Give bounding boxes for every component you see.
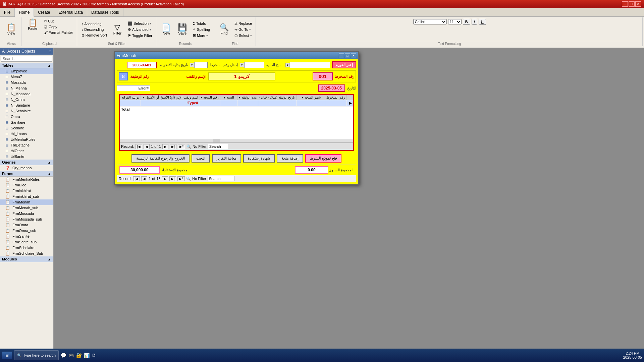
section-header-modules[interactable]: Modules ▲: [0, 256, 53, 262]
nav-item-frmsante[interactable]: 📋 FrmSanité: [0, 234, 53, 239]
start-button[interactable]: ⊞: [2, 352, 12, 359]
minimize-button[interactable]: ─: [622, 1, 628, 7]
taskbar-icon-1[interactable]: 💬: [61, 353, 66, 358]
nav-item-frmmenah-sub[interactable]: 📋 FrmMenah_sub: [0, 205, 53, 211]
nav-item-mossada[interactable]: ⊞ Mossada: [0, 80, 53, 85]
goto-button[interactable]: ↪ Go To ▾: [233, 27, 254, 33]
grant-combo-arrow[interactable]: ▾: [285, 63, 290, 67]
report-button[interactable]: معاينة التقرير: [212, 154, 241, 163]
name-input[interactable]: [208, 72, 275, 80]
totals-button[interactable]: Σ Totals: [191, 21, 212, 26]
tab-database-tools[interactable]: Database Tools: [87, 8, 123, 16]
cut-button[interactable]: ✂ Cut: [42, 18, 75, 24]
descending-button[interactable]: ↓ Descending: [80, 27, 109, 32]
employee-num-input[interactable]: [244, 62, 264, 68]
find-button[interactable]: 🔍 Find: [217, 23, 231, 36]
bottom-nav-next-button[interactable]: ▶: [162, 176, 168, 181]
date-start-arrow[interactable]: ▾: [190, 63, 194, 67]
nav-item-sanitaire[interactable]: ⊞ Sanitaire: [0, 120, 53, 125]
nav-item-frmomra[interactable]: 📋 FrmOmra: [0, 222, 53, 228]
tab-home[interactable]: Home: [15, 8, 34, 17]
form-minimize-button[interactable]: ─: [339, 53, 344, 58]
nav-last-button[interactable]: ▶|: [170, 144, 177, 149]
subform-scrollbar[interactable]: [120, 139, 353, 143]
advanced-button[interactable]: ⚙ Advanced ▾: [126, 27, 154, 33]
nav-item-frmmossada[interactable]: 📋 FrmMossada: [0, 211, 53, 217]
error-input[interactable]: [117, 85, 150, 91]
col-type-sort-icon[interactable]: ▾: [120, 96, 120, 99]
search-button[interactable]: البحث: [192, 154, 210, 163]
maximize-button[interactable]: □: [629, 1, 635, 7]
font-select[interactable]: Calibri: [413, 19, 447, 24]
nav-item-frm-menha-rules[interactable]: 📋 FrmMenhaRules: [0, 177, 53, 182]
exit-button[interactable]: الخروج والرجوع للقائمة الرئيسية: [131, 154, 190, 163]
subform-search-input[interactable]: [208, 144, 228, 149]
tab-create[interactable]: Create: [34, 8, 54, 16]
close-button[interactable]: ✕: [635, 1, 641, 7]
nav-new-button[interactable]: ▶*: [178, 144, 185, 149]
date-start-input[interactable]: [194, 62, 208, 68]
nav-item-frmmenah[interactable]: 📋 FrmMenah: [0, 199, 53, 205]
view-button[interactable]: 📋 View: [4, 23, 19, 36]
toggle-filter-button[interactable]: ⚑ Toggle Filter: [126, 33, 154, 39]
copy-button[interactable]: ⿻ Copy: [42, 24, 75, 29]
sum-total-input[interactable]: [119, 166, 160, 174]
nav-item-tbl-sante[interactable]: ⊞ tblSante: [0, 154, 53, 160]
nav-item-frmomra-sub[interactable]: 📋 FrmOmra_sub: [0, 228, 53, 234]
certificate-button[interactable]: شهادة إستفادة: [243, 154, 275, 163]
select-button[interactable]: ⬡ Select ▾: [233, 33, 254, 39]
format-painter-button[interactable]: 🖌 Format Painter: [42, 30, 75, 35]
nav-item-frmmossada-sub[interactable]: 📋 FrmMossada_sub: [0, 217, 53, 222]
save-button[interactable]: 💾 Save: [175, 23, 190, 36]
nav-item-frmscholaire[interactable]: 📋 FrmScholaire: [0, 245, 53, 251]
nav-prev-button[interactable]: ◀: [144, 144, 150, 149]
nav-item-mena7[interactable]: ⊞ Mena7: [0, 74, 53, 80]
nav-item-n-mossada[interactable]: ⊞ N_Mossada: [0, 91, 53, 97]
bottom-nav-last-button[interactable]: ▶|: [169, 176, 176, 181]
nav-item-frminkhirat-sub[interactable]: 📋 Frminkhirat_sub: [0, 194, 53, 199]
section-header-queries[interactable]: Queries ▲: [0, 160, 53, 165]
tab-external-data[interactable]: External Data: [54, 8, 87, 16]
filter-button[interactable]: ▽ Filter: [110, 23, 125, 36]
nav-item-tbl-detache[interactable]: ⊞ TblDetaché: [0, 142, 53, 148]
bottom-nav-new-button[interactable]: ▶*: [177, 176, 185, 181]
col-duration-sort-icon[interactable]: ▾: [239, 96, 240, 99]
selection-button[interactable]: ⬛ Selection ▾: [126, 21, 154, 26]
search-input[interactable]: [1, 56, 52, 62]
tab-file[interactable]: File: [0, 8, 15, 16]
nav-item-tbl-other[interactable]: ⊞ tblOther: [0, 148, 53, 154]
replace-button[interactable]: ⇄ Replace: [233, 21, 254, 26]
ascending-button[interactable]: ↑ Ascending: [80, 21, 109, 26]
employee-num-arrow[interactable]: ▾: [240, 63, 244, 67]
panel-collapse-icon[interactable]: «: [49, 49, 51, 54]
title-bar-controls[interactable]: ─ □ ✕: [622, 1, 641, 7]
italic-button[interactable]: I: [472, 19, 477, 25]
nav-item-frmscholaire-sub[interactable]: 📋 FrmScholaire_Sub: [0, 251, 53, 256]
add-grant-button[interactable]: إضافة منحة: [277, 154, 303, 163]
form-select-button[interactable]: إختر الفورم: [332, 61, 356, 68]
taskbar-icon-3[interactable]: 🔐: [76, 353, 82, 358]
form-close-button[interactable]: ✕: [351, 53, 356, 58]
col-month-sort-icon[interactable]: ▾: [302, 96, 304, 99]
nav-item-omra[interactable]: ⊞ Omra: [0, 114, 53, 120]
form-maximize-button[interactable]: □: [345, 53, 350, 58]
bold-button[interactable]: B: [463, 19, 470, 25]
paste-button[interactable]: 📋 Paste: [24, 18, 41, 32]
nav-item-tbl-loans[interactable]: ⊞ tbl_Loans: [0, 131, 53, 137]
font-size-select[interactable]: 11: [448, 19, 462, 24]
taskbar-icon-2[interactable]: 🎮: [68, 353, 74, 358]
taskbar-icon-4[interactable]: 📊: [84, 353, 90, 358]
more-button[interactable]: ⊞ More ▾: [191, 33, 212, 38]
bottom-nav-first-button[interactable]: |◀: [133, 176, 140, 181]
section-header-tables[interactable]: Tables ▲: [0, 63, 53, 68]
scrollbar-thumb[interactable]: [213, 139, 220, 142]
nav-first-button[interactable]: |◀: [136, 144, 143, 149]
col-assets-sort-icon[interactable]: ▾: [143, 96, 145, 99]
col-grant-num-sort-icon[interactable]: ▾: [201, 96, 203, 99]
nav-item-n-sanitaire[interactable]: ⊞ N_Sanitaire: [0, 103, 53, 108]
col-year-sort-icon[interactable]: ▾: [224, 96, 225, 99]
nav-item-tbl-menha-rules[interactable]: ⊞ tblMenhaRules: [0, 137, 53, 142]
search-taskbar[interactable]: 🔍 Type here to search: [14, 350, 59, 360]
taskbar-icon-5[interactable]: 🖥: [92, 353, 96, 358]
nav-item-frmsante-sub[interactable]: 📋 FrmSante_sub: [0, 239, 53, 245]
